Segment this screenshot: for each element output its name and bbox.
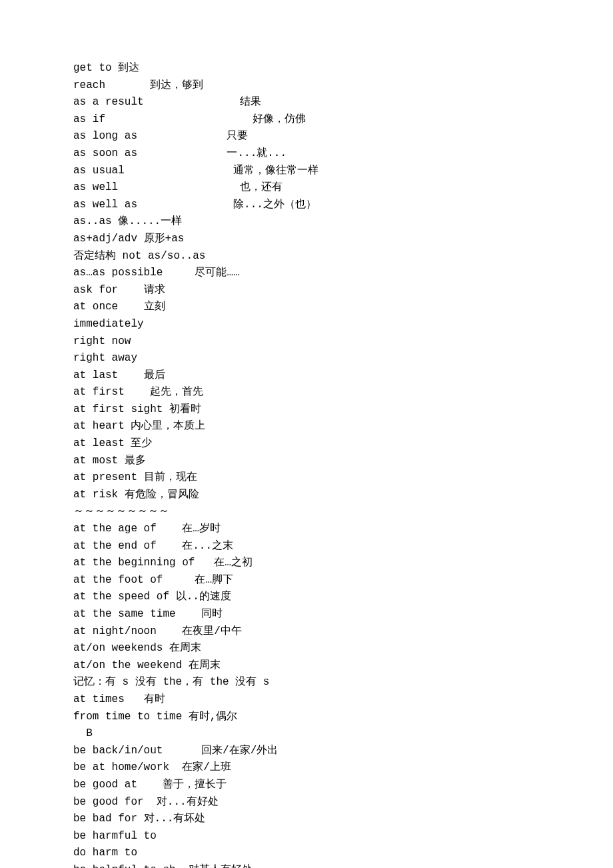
text-line: at last 最后 (73, 367, 540, 385)
text-line: as long as 只要 (73, 128, 540, 145)
text-line: ～～～～～～～～～ (73, 503, 540, 521)
text-line: at first 起先，首先 (73, 384, 540, 401)
text-line: as if 好像，仿佛 (73, 111, 540, 129)
text-line: be good for 对...有好处 (73, 794, 540, 811)
text-line: at the same time 同时 (73, 606, 540, 623)
text-line: get to 到达 (73, 60, 540, 77)
text-line: be helpful to sb 对某人有好处 (73, 862, 540, 868)
text-line: at risk 有危险，冒风险 (73, 487, 540, 504)
text-line: at the speed of 以..的速度 (73, 589, 540, 606)
text-line: as+adj/adv 原形+as (73, 231, 540, 248)
text-line: at first sight 初看时 (73, 401, 540, 419)
text-line: as soon as 一...就... (73, 145, 540, 163)
text-line: as..as 像.....一样 (73, 213, 540, 231)
text-line: as well as 除...之外（也） (73, 197, 540, 214)
text-line: right now (73, 333, 540, 351)
text-line: as…as possible 尽可能…… (73, 265, 540, 282)
text-line: at most 最多 (73, 453, 540, 470)
text-line: immediately (73, 316, 540, 333)
text-line: as well 也，还有 (73, 179, 540, 197)
text-line: ask for 请求 (73, 282, 540, 299)
text-line: at present 目前，现在 (73, 469, 540, 487)
text-line: at the foot of 在…脚下 (73, 572, 540, 589)
text-line: at the end of 在...之末 (73, 538, 540, 555)
text-line: at heart 内心里，本质上 (73, 418, 540, 435)
text-line: B (73, 725, 540, 743)
text-line: be back/in/out 回来/在家/外出 (73, 743, 540, 760)
text-line: right away (73, 350, 540, 367)
text-line: 记忆：有 s 没有 the，有 the 没有 s (73, 674, 540, 691)
text-line: as usual 通常，像往常一样 (73, 163, 540, 180)
text-line: 否定结构 not as/so..as (73, 248, 540, 265)
text-line: be good at 善于，擅长于 (73, 777, 540, 794)
text-line: do harm to (73, 845, 540, 862)
document-page: get to 到达reach 到达，够到as a result 结果as if … (0, 0, 613, 868)
text-line: at the age of 在…岁时 (73, 521, 540, 538)
text-line: as a result 结果 (73, 94, 540, 111)
text-line: reach 到达，够到 (73, 77, 540, 95)
text-line: at the beginning of 在…之初 (73, 555, 540, 572)
text-line: at once 立刻 (73, 299, 540, 316)
text-line: at least 至少 (73, 435, 540, 453)
text-line: at night/noon 在夜里/中午 (73, 623, 540, 641)
text-line: at/on the weekend 在周末 (73, 657, 540, 675)
text-line: be at home/work 在家/上班 (73, 759, 540, 777)
text-line: from time to time 有时,偶尔 (73, 709, 540, 726)
content-block: get to 到达reach 到达，够到as a result 结果as if … (73, 60, 540, 868)
text-line: be bad for 对...有坏处 (73, 811, 540, 828)
text-line: at/on weekends 在周末 (73, 640, 540, 657)
text-line: at times 有时 (73, 691, 540, 709)
text-line: be harmful to (73, 828, 540, 845)
